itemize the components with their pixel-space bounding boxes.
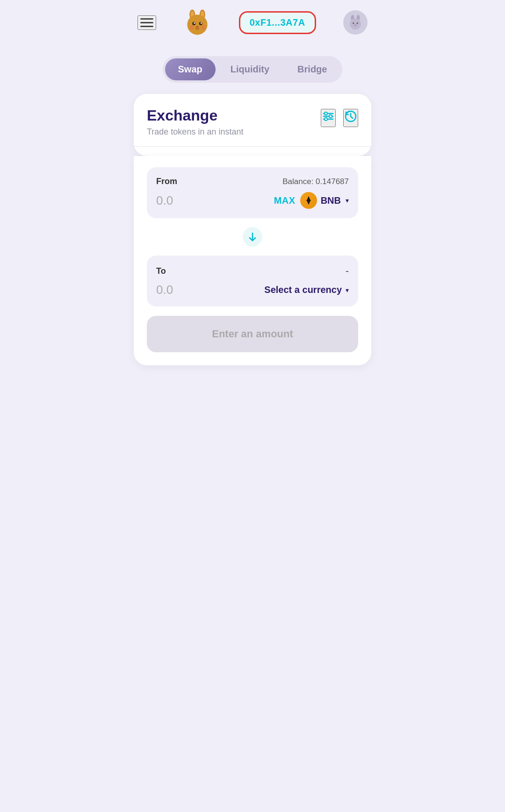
svg-point-6 xyxy=(199,22,202,25)
from-amount[interactable]: 0.0 xyxy=(156,193,173,208)
svg-point-21 xyxy=(325,112,327,115)
avatar-bunny-icon xyxy=(347,14,364,31)
to-label: To xyxy=(156,266,166,276)
to-token-top-row: To - xyxy=(156,265,349,277)
exchange-subtitle: Trade tokens in an instant xyxy=(147,127,321,137)
settings-button[interactable] xyxy=(321,109,336,127)
svg-point-7 xyxy=(194,22,195,24)
swap-section: From Balance: 0.147687 0.0 MAX xyxy=(134,156,371,365)
svg-point-17 xyxy=(354,25,356,26)
bnb-token-selector[interactable]: BNB ▾ xyxy=(300,192,349,209)
wallet-address-button[interactable]: 0xF1...3A7A xyxy=(239,11,316,34)
token-controls: MAX xyxy=(274,192,349,209)
enter-amount-text: Enter an amount xyxy=(212,328,293,340)
exchange-card: Exchange Trade tokens in an instant xyxy=(134,94,371,156)
to-amount: 0.0 xyxy=(156,283,173,297)
header: 0xF1...3A7A xyxy=(126,0,379,45)
swap-arrow-container xyxy=(147,226,358,248)
svg-point-23 xyxy=(325,118,327,121)
main-content: Exchange Trade tokens in an instant xyxy=(126,94,379,365)
from-label: From xyxy=(156,177,177,186)
avatar[interactable] xyxy=(343,10,368,35)
swap-direction-button[interactable] xyxy=(241,226,264,248)
tab-swap[interactable]: Swap xyxy=(165,58,216,80)
tab-nav-container: Swap Liquidity Bridge xyxy=(163,56,343,83)
token-name: BNB xyxy=(321,195,341,206)
enter-amount-button[interactable]: Enter an amount xyxy=(147,316,358,352)
svg-point-8 xyxy=(201,22,202,24)
tab-liquidity[interactable]: Liquidity xyxy=(217,58,282,80)
max-button[interactable]: MAX xyxy=(274,195,296,206)
bnb-icon xyxy=(300,192,317,209)
bnb-logo-svg xyxy=(303,195,314,206)
to-token-box: To - 0.0 Select a currency ▾ xyxy=(147,256,358,306)
arrow-down-icon xyxy=(247,232,258,242)
token-chevron-icon: ▾ xyxy=(346,197,349,204)
history-icon xyxy=(344,110,357,123)
currency-chevron-icon: ▾ xyxy=(346,286,349,294)
tab-navigation: Swap Liquidity Bridge xyxy=(126,56,379,83)
menu-button[interactable] xyxy=(137,15,156,30)
svg-point-16 xyxy=(356,22,358,24)
tab-bridge[interactable]: Bridge xyxy=(284,58,340,80)
settings-icon xyxy=(322,110,335,123)
logo-container xyxy=(183,8,211,36)
svg-point-5 xyxy=(193,22,196,25)
history-button[interactable] xyxy=(343,109,358,127)
card-divider xyxy=(134,146,371,147)
balance-value: 0.147687 xyxy=(316,177,349,186)
select-currency-text: Select a currency xyxy=(264,285,342,295)
menu-line-3 xyxy=(140,26,153,27)
select-currency-button[interactable]: Select a currency ▾ xyxy=(264,285,349,295)
to-token-bottom-row: 0.0 Select a currency ▾ xyxy=(156,283,349,297)
exchange-title-section: Exchange Trade tokens in an instant xyxy=(147,107,321,137)
exchange-actions xyxy=(321,109,358,127)
svg-point-10 xyxy=(190,25,195,30)
svg-point-22 xyxy=(329,115,332,118)
from-token-box: From Balance: 0.147687 0.0 MAX xyxy=(147,167,358,218)
svg-point-9 xyxy=(196,26,199,28)
svg-point-15 xyxy=(353,22,354,24)
to-dash: - xyxy=(346,265,349,277)
from-balance: Balance: 0.147687 xyxy=(282,177,349,186)
balance-label: Balance: xyxy=(282,177,316,186)
menu-line-1 xyxy=(140,18,153,20)
svg-point-4 xyxy=(188,14,208,35)
menu-line-2 xyxy=(140,22,153,23)
svg-point-11 xyxy=(201,25,206,30)
from-token-top-row: From Balance: 0.147687 xyxy=(156,177,349,186)
exchange-title: Exchange xyxy=(147,107,321,124)
svg-point-14 xyxy=(350,19,361,30)
from-token-bottom-row: 0.0 MAX xyxy=(156,192,349,209)
exchange-header: Exchange Trade tokens in an instant xyxy=(147,107,358,137)
pancakeswap-logo xyxy=(183,8,211,36)
